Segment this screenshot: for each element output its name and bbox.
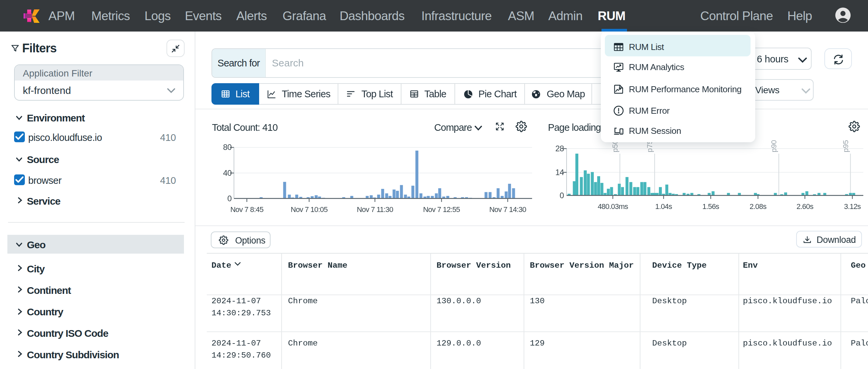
svg-text:Nov 7 14:30: Nov 7 14:30 (489, 205, 526, 214)
svg-text:1.56s: 1.56s (702, 202, 719, 211)
svg-text:Nov 7 10:05: Nov 7 10:05 (291, 205, 328, 214)
svg-text:3.12s: 3.12s (844, 202, 861, 211)
svg-text:0: 0 (227, 194, 231, 203)
svg-text:Nov 7 8:45: Nov 7 8:45 (230, 205, 264, 214)
svg-text:Nov 7 12:55: Nov 7 12:55 (423, 205, 460, 214)
svg-text:Nov 7 11:30: Nov 7 11:30 (357, 205, 393, 214)
svg-text:p95: p95 (841, 140, 850, 152)
svg-text:480.03ms: 480.03ms (598, 202, 628, 211)
svg-text:2.60s: 2.60s (797, 202, 814, 211)
svg-text:80: 80 (223, 142, 232, 152)
svg-text:2.08s: 2.08s (749, 202, 767, 211)
svg-text:14: 14 (556, 168, 564, 177)
svg-text:40: 40 (223, 168, 232, 177)
svg-text:0: 0 (560, 191, 564, 200)
svg-text:p90: p90 (770, 140, 778, 152)
svg-text:28: 28 (556, 144, 564, 153)
svg-text:1.04s: 1.04s (655, 202, 672, 211)
